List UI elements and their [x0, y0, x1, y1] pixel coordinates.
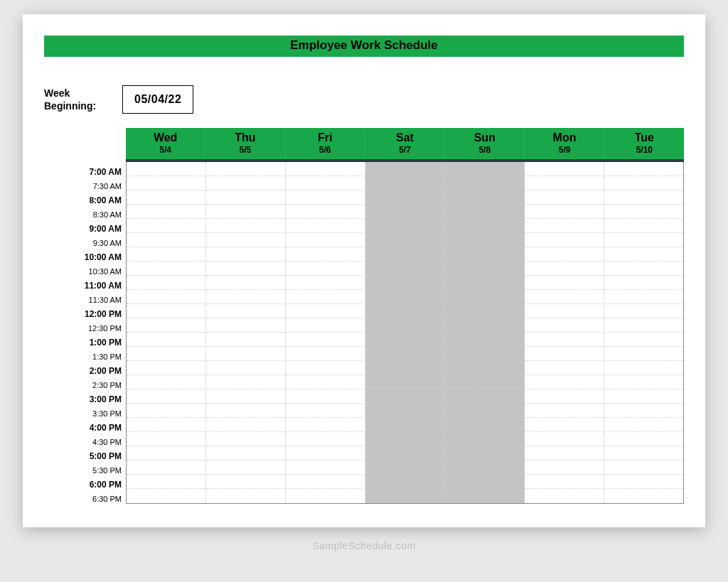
schedule-cell[interactable]: [286, 475, 365, 489]
schedule-cell[interactable]: [127, 162, 206, 176]
schedule-cell[interactable]: [365, 446, 445, 460]
schedule-cell[interactable]: [365, 389, 445, 404]
schedule-cell[interactable]: [445, 219, 525, 233]
schedule-cell[interactable]: [206, 276, 286, 290]
schedule-cell[interactable]: [525, 375, 604, 389]
schedule-cell[interactable]: [365, 304, 445, 318]
schedule-cell[interactable]: [604, 219, 683, 233]
schedule-cell[interactable]: [365, 176, 445, 190]
schedule-cell[interactable]: [365, 432, 445, 446]
schedule-cell[interactable]: [127, 233, 206, 247]
schedule-cell[interactable]: [206, 262, 286, 276]
schedule-cell[interactable]: [445, 262, 525, 276]
schedule-cell[interactable]: [206, 205, 286, 219]
schedule-cell[interactable]: [445, 247, 525, 262]
schedule-cell[interactable]: [206, 318, 286, 333]
schedule-cell[interactable]: [286, 347, 365, 361]
schedule-cell[interactable]: [445, 162, 525, 176]
schedule-cell[interactable]: [365, 361, 445, 375]
schedule-cell[interactable]: [525, 489, 604, 503]
schedule-cell[interactable]: [365, 475, 445, 489]
schedule-cell[interactable]: [604, 304, 683, 318]
schedule-cell[interactable]: [445, 190, 525, 205]
schedule-cell[interactable]: [127, 247, 206, 262]
schedule-cell[interactable]: [604, 190, 683, 205]
schedule-cell[interactable]: [127, 318, 206, 333]
schedule-cell[interactable]: [525, 304, 604, 318]
schedule-cell[interactable]: [206, 404, 286, 418]
schedule-cell[interactable]: [525, 347, 604, 361]
schedule-cell[interactable]: [445, 205, 525, 219]
schedule-cell[interactable]: [286, 247, 365, 262]
schedule-cell[interactable]: [525, 361, 604, 375]
schedule-cell[interactable]: [445, 318, 525, 333]
schedule-cell[interactable]: [365, 290, 445, 304]
schedule-cell[interactable]: [286, 176, 365, 190]
schedule-cell[interactable]: [445, 276, 525, 290]
schedule-cell[interactable]: [286, 418, 365, 432]
schedule-cell[interactable]: [365, 404, 445, 418]
schedule-cell[interactable]: [525, 475, 604, 489]
schedule-cell[interactable]: [604, 418, 683, 432]
schedule-cell[interactable]: [445, 475, 525, 489]
schedule-cell[interactable]: [206, 432, 286, 446]
schedule-cell[interactable]: [525, 418, 604, 432]
schedule-cell[interactable]: [525, 333, 604, 347]
schedule-cell[interactable]: [286, 219, 365, 233]
schedule-cell[interactable]: [525, 247, 604, 262]
schedule-cell[interactable]: [127, 276, 206, 290]
schedule-cell[interactable]: [286, 432, 365, 446]
schedule-cell[interactable]: [127, 375, 206, 389]
schedule-cell[interactable]: [445, 389, 525, 404]
schedule-cell[interactable]: [525, 446, 604, 460]
schedule-cell[interactable]: [525, 176, 604, 190]
schedule-cell[interactable]: [127, 446, 206, 460]
schedule-cell[interactable]: [525, 262, 604, 276]
schedule-cell[interactable]: [604, 404, 683, 418]
schedule-cell[interactable]: [127, 176, 206, 190]
schedule-cell[interactable]: [445, 304, 525, 318]
schedule-cell[interactable]: [206, 247, 286, 262]
schedule-cell[interactable]: [206, 333, 286, 347]
schedule-cell[interactable]: [206, 389, 286, 404]
schedule-cell[interactable]: [445, 176, 525, 190]
schedule-cell[interactable]: [445, 333, 525, 347]
schedule-cell[interactable]: [206, 361, 286, 375]
schedule-cell[interactable]: [127, 475, 206, 489]
schedule-cell[interactable]: [286, 162, 365, 176]
schedule-cell[interactable]: [525, 205, 604, 219]
schedule-cell[interactable]: [604, 276, 683, 290]
schedule-cell[interactable]: [445, 446, 525, 460]
schedule-cell[interactable]: [206, 290, 286, 304]
schedule-cell[interactable]: [206, 190, 286, 205]
schedule-cell[interactable]: [286, 361, 365, 375]
schedule-cell[interactable]: [525, 318, 604, 333]
schedule-cell[interactable]: [365, 247, 445, 262]
schedule-cell[interactable]: [525, 290, 604, 304]
schedule-cell[interactable]: [604, 361, 683, 375]
schedule-cell[interactable]: [127, 460, 206, 475]
schedule-cell[interactable]: [604, 347, 683, 361]
schedule-cell[interactable]: [365, 347, 445, 361]
schedule-cell[interactable]: [604, 446, 683, 460]
schedule-cell[interactable]: [365, 489, 445, 503]
schedule-cell[interactable]: [445, 347, 525, 361]
schedule-cell[interactable]: [604, 318, 683, 333]
schedule-cell[interactable]: [127, 389, 206, 404]
schedule-cell[interactable]: [445, 361, 525, 375]
schedule-cell[interactable]: [127, 489, 206, 503]
schedule-cell[interactable]: [286, 460, 365, 475]
schedule-cell[interactable]: [525, 190, 604, 205]
schedule-cell[interactable]: [365, 190, 445, 205]
schedule-cell[interactable]: [604, 205, 683, 219]
schedule-cell[interactable]: [127, 418, 206, 432]
schedule-cell[interactable]: [286, 489, 365, 503]
schedule-cell[interactable]: [365, 375, 445, 389]
schedule-cell[interactable]: [127, 190, 206, 205]
schedule-cell[interactable]: [286, 205, 365, 219]
schedule-cell[interactable]: [206, 375, 286, 389]
schedule-cell[interactable]: [604, 290, 683, 304]
schedule-cell[interactable]: [127, 219, 206, 233]
schedule-cell[interactable]: [525, 404, 604, 418]
schedule-cell[interactable]: [365, 205, 445, 219]
